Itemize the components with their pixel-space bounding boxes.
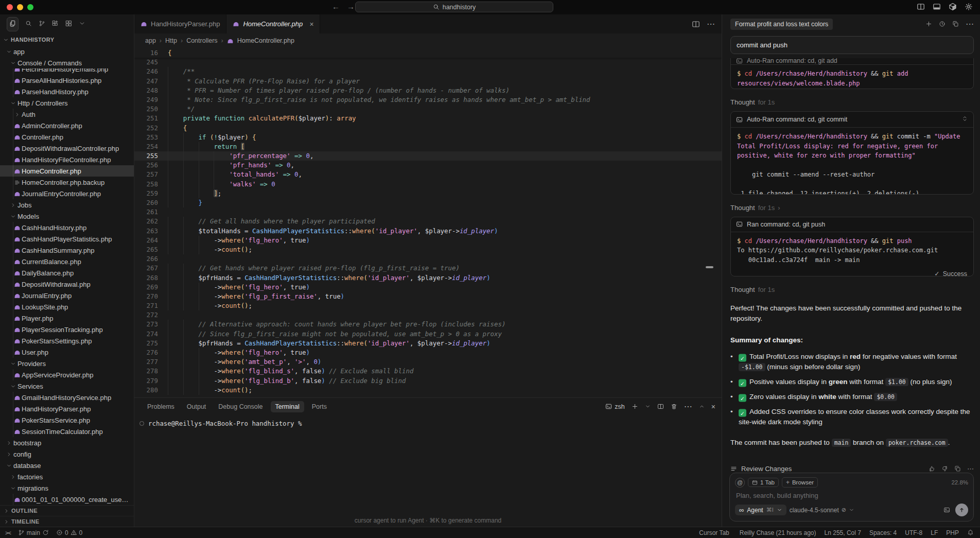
code-line[interactable]: 268$pfrHands = CashHandPlayerStatistics:… bbox=[134, 273, 722, 283]
explorer-root[interactable]: HANDHISTORY bbox=[0, 33, 134, 46]
tree-item[interactable]: config bbox=[0, 448, 134, 460]
command-center-search[interactable]: handhistory bbox=[355, 2, 553, 12]
breadcrumb-item[interactable]: HomeController.php bbox=[237, 37, 294, 44]
close-tab-icon[interactable]: × bbox=[309, 20, 313, 28]
code-line[interactable]: 280->count(); bbox=[134, 386, 722, 395]
cursor-logo-icon[interactable] bbox=[949, 3, 957, 11]
code-line[interactable]: 277->where('amt_bet_p', '>', 0) bbox=[134, 357, 722, 367]
code-line[interactable]: 254return [ bbox=[134, 142, 722, 151]
copy-icon[interactable] bbox=[954, 465, 961, 473]
tree-item[interactable]: Models bbox=[0, 211, 134, 222]
tree-item[interactable]: GmailHandHistoryService.php bbox=[0, 392, 134, 403]
code-line[interactable]: 276->where('flg_hero', true) bbox=[134, 348, 722, 357]
tree-item[interactable]: Auth bbox=[0, 109, 134, 120]
tree-item[interactable]: DepositWithdrawal.php bbox=[0, 279, 134, 290]
tree-item[interactable]: HomeController.php bbox=[0, 165, 134, 177]
code-line[interactable]: 267// Get hands where player raised pre-… bbox=[134, 264, 722, 273]
tree-item[interactable]: DailyBalance.php bbox=[0, 267, 134, 279]
send-button[interactable] bbox=[955, 504, 968, 516]
tree-item[interactable]: SessionTimeCalculator.php bbox=[0, 426, 134, 437]
panel-tab-output[interactable]: Output bbox=[182, 401, 211, 412]
code-line[interactable]: 259]; bbox=[134, 189, 722, 198]
new-terminal-icon[interactable] bbox=[632, 403, 638, 410]
tree-item[interactable]: ParseHandHistory.php bbox=[0, 86, 134, 97]
tree-item[interactable]: CurrentBalance.php bbox=[0, 256, 134, 267]
panel-more-icon[interactable]: ⋯ bbox=[684, 402, 692, 411]
code-line[interactable]: 260} bbox=[134, 198, 722, 207]
code-line[interactable]: 275$pfrHands = CashHandPlayerStatistics:… bbox=[134, 339, 722, 348]
code-line[interactable]: 248 * PFR = Number of times player raise… bbox=[134, 86, 722, 95]
extensions-icon[interactable] bbox=[52, 20, 59, 29]
tree-item[interactable]: User.php bbox=[0, 346, 134, 358]
tree-item[interactable]: migrations bbox=[0, 482, 134, 494]
tree-item[interactable]: PlayerSessionTracking.php bbox=[0, 324, 134, 335]
chevron-down-icon[interactable] bbox=[79, 20, 85, 29]
thought-row[interactable]: Thoughtfor 1s› bbox=[730, 204, 974, 212]
status-item[interactable]: UTF-8 bbox=[905, 529, 922, 536]
status-item[interactable]: Cursor Tab bbox=[699, 529, 729, 536]
layout-grid-icon[interactable] bbox=[65, 20, 72, 29]
panel-tab-terminal[interactable]: Terminal bbox=[271, 401, 304, 412]
close-window-button[interactable] bbox=[7, 4, 13, 10]
status-item[interactable]: main bbox=[18, 529, 49, 536]
status-item[interactable]: Spaces: 4 bbox=[869, 529, 897, 536]
status-item[interactable]: Reilly Chase (21 hours ago) bbox=[738, 529, 816, 536]
code-line[interactable]: 273// Alternative approach: count hands … bbox=[134, 320, 722, 329]
thumbs-up-icon[interactable] bbox=[929, 465, 935, 473]
tree-item[interactable]: HomeController.php.backup bbox=[0, 177, 134, 188]
close-panel-icon[interactable]: × bbox=[711, 403, 715, 411]
code-line[interactable]: 247 * Calculate PFR (Pre-Flop Raise) for… bbox=[134, 77, 722, 86]
terminal-shell-label[interactable]: zsh bbox=[605, 403, 624, 410]
toggle-panel-icon[interactable] bbox=[933, 3, 941, 11]
more-icon[interactable]: ⋯ bbox=[967, 465, 974, 473]
status-item[interactable]: Ln 255, Col 7 bbox=[825, 529, 861, 536]
tree-item[interactable]: HandHistoryParser.php bbox=[0, 403, 134, 414]
editor-tab[interactable]: HandHistoryParser.php bbox=[134, 14, 226, 33]
tree-item[interactable]: JournalEntry.php bbox=[0, 290, 134, 301]
chat-input-placeholder[interactable]: Plan, search, build anything bbox=[735, 492, 968, 499]
code-line[interactable]: 250 */ bbox=[134, 105, 722, 114]
code-line[interactable]: 246/** bbox=[134, 67, 722, 76]
tab-context-chip[interactable]: 1 Tab bbox=[748, 478, 779, 487]
tree-item[interactable]: Http / Controllers bbox=[0, 97, 134, 109]
code-editor[interactable]: 16{245246/**247 * Calculate PFR (Pre-Flo… bbox=[134, 48, 722, 397]
tree-item[interactable]: HandHistoryFileController.php bbox=[0, 154, 134, 165]
timeline-section[interactable]: TIMELINE bbox=[0, 516, 134, 527]
code-line[interactable]: 274// Since flg_p_first_raise might not … bbox=[134, 329, 722, 339]
attach-image-icon[interactable] bbox=[943, 507, 950, 513]
tree-item[interactable]: Providers bbox=[0, 358, 134, 369]
code-line[interactable]: 258'walks' => 0 bbox=[134, 180, 722, 189]
status-item[interactable]: 00 bbox=[56, 529, 82, 536]
breadcrumb-item[interactable]: Controllers bbox=[186, 37, 217, 44]
user-message[interactable]: commit and push bbox=[730, 36, 974, 54]
panel-tab-debug-console[interactable]: Debug Console bbox=[214, 401, 267, 412]
tree-item[interactable]: Services bbox=[0, 380, 134, 392]
tree-item[interactable]: CashHandSummary.php bbox=[0, 245, 134, 256]
model-selector[interactable]: claude-4.5-sonnet ⊘ bbox=[790, 507, 854, 514]
status-item[interactable] bbox=[967, 529, 974, 536]
tree-item[interactable]: ParseAllHandHistories.php bbox=[0, 75, 134, 86]
tree-item[interactable]: DepositWithdrawalController.php bbox=[0, 143, 134, 154]
tree-item[interactable]: LookupSite.php bbox=[0, 301, 134, 313]
status-item[interactable]: >< bbox=[5, 530, 11, 536]
breadcrumb-item[interactable]: Http bbox=[165, 37, 177, 44]
tree-item[interactable]: CashHandPlayerStatistics.php bbox=[0, 233, 134, 245]
code-line[interactable]: 279->where('flg_blind_b', false) // Excl… bbox=[134, 376, 722, 386]
code-line[interactable]: 257'total_hands' => 0, bbox=[134, 170, 722, 179]
chat-input-box[interactable]: @ 1 Tab + Browser 22.8% Plan, search, bu… bbox=[729, 473, 974, 522]
code-line[interactable]: 262// Get all hands where the player par… bbox=[134, 217, 722, 226]
tree-item[interactable]: PokerStarsService.php bbox=[0, 414, 134, 426]
code-line[interactable]: 261 bbox=[134, 207, 722, 217]
code-line[interactable]: 264->where('flg_hero', true) bbox=[134, 236, 722, 245]
editor-more-actions-icon[interactable]: ⋯ bbox=[707, 19, 715, 29]
tree-item[interactable]: 0001_01_01_000000_create_use… bbox=[0, 494, 134, 505]
command-block-header[interactable]: Auto-Ran command: cd, git commit bbox=[731, 112, 973, 128]
code-line[interactable]: 255'pfr_percentage' => 0, bbox=[134, 151, 722, 161]
search-icon[interactable] bbox=[25, 20, 32, 29]
settings-gear-icon[interactable] bbox=[965, 3, 973, 11]
tree-item[interactable]: database bbox=[0, 460, 134, 471]
forward-icon[interactable]: → bbox=[347, 2, 355, 11]
browser-context-chip[interactable]: + Browser bbox=[782, 477, 818, 488]
breadcrumb[interactable]: app›Http›Controllers›HomeController.php bbox=[134, 33, 722, 48]
code-line[interactable]: 251private function calculatePFR($player… bbox=[134, 114, 722, 123]
